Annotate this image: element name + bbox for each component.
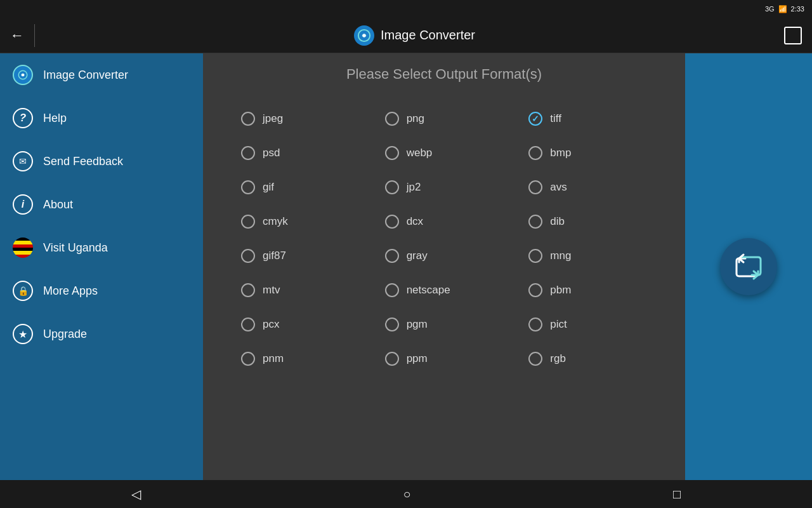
format-item-pnm[interactable]: pnm bbox=[228, 342, 372, 376]
radio-gif[interactable] bbox=[241, 180, 255, 194]
sidebar-help-label: Help bbox=[43, 112, 67, 125]
format-label-pgm: pgm bbox=[407, 318, 428, 331]
recents-nav-button[interactable]: □ bbox=[660, 482, 693, 507]
format-item-mtv[interactable]: mtv bbox=[228, 273, 372, 307]
format-label-gif: gif bbox=[263, 181, 274, 194]
back-nav-button[interactable]: ◁ bbox=[119, 481, 154, 507]
format-label-png: png bbox=[407, 112, 424, 125]
sidebar-item-visit-uganda[interactable]: Visit Uganda bbox=[0, 226, 203, 269]
radio-ppm[interactable] bbox=[385, 352, 399, 366]
app-icon bbox=[354, 25, 374, 46]
radio-pcx[interactable] bbox=[241, 318, 255, 331]
svg-point-1 bbox=[362, 34, 366, 37]
back-button[interactable]: ← bbox=[10, 27, 24, 44]
format-item-netscape[interactable]: netscape bbox=[372, 273, 516, 307]
format-item-tiff[interactable]: tiff bbox=[516, 102, 660, 136]
top-title-area: Image Converter bbox=[45, 25, 784, 46]
radio-psd[interactable] bbox=[241, 146, 255, 160]
radio-jp2[interactable] bbox=[385, 180, 399, 194]
format-label-mtv: mtv bbox=[263, 284, 280, 297]
radio-png[interactable] bbox=[385, 112, 399, 126]
format-item-jp2[interactable]: jp2 bbox=[372, 170, 516, 204]
format-label-mng: mng bbox=[550, 250, 571, 262]
radio-pbm[interactable] bbox=[528, 283, 542, 297]
format-item-gif87[interactable]: gif87 bbox=[228, 239, 372, 273]
radio-rgb[interactable] bbox=[528, 352, 542, 366]
format-label-webp: webp bbox=[407, 147, 433, 159]
sidebar-item-help[interactable]: ? Help bbox=[0, 97, 203, 140]
format-label-dcx: dcx bbox=[407, 215, 423, 228]
format-label-rgb: rgb bbox=[550, 352, 566, 365]
format-item-psd[interactable]: psd bbox=[228, 136, 372, 170]
convert-button[interactable] bbox=[720, 238, 777, 295]
radio-netscape[interactable] bbox=[385, 283, 399, 297]
help-icon: ? bbox=[13, 108, 33, 128]
top-bar: ← Image Converter bbox=[0, 18, 812, 53]
bottom-nav: ◁ ○ □ bbox=[0, 480, 812, 508]
format-item-bmp[interactable]: bmp bbox=[516, 136, 660, 170]
format-item-pgm[interactable]: pgm bbox=[372, 307, 516, 342]
radio-jpeg[interactable] bbox=[241, 112, 255, 126]
format-label-pbm: pbm bbox=[550, 284, 571, 297]
radio-tiff[interactable] bbox=[528, 112, 542, 126]
home-nav-button[interactable]: ○ bbox=[390, 482, 423, 507]
format-item-gif[interactable]: gif bbox=[228, 170, 372, 204]
signal-indicator: 3G bbox=[765, 5, 775, 13]
sidebar-item-send-feedback[interactable]: ✉ Send Feedback bbox=[0, 140, 203, 183]
sidebar-item-more-apps[interactable]: 🔒 More Apps bbox=[0, 269, 203, 312]
format-item-mng[interactable]: mng bbox=[516, 239, 660, 273]
radio-avs[interactable] bbox=[528, 180, 542, 194]
format-item-rgb[interactable]: rgb bbox=[516, 342, 660, 376]
svg-point-3 bbox=[22, 74, 25, 77]
radio-gray[interactable] bbox=[385, 249, 399, 263]
time-display: 2:33 bbox=[791, 5, 804, 13]
format-label-bmp: bmp bbox=[550, 147, 571, 159]
format-item-dib[interactable]: dib bbox=[516, 204, 660, 239]
sidebar-uganda-label: Visit Uganda bbox=[43, 241, 108, 255]
window-icon[interactable] bbox=[784, 27, 802, 44]
radio-mng[interactable] bbox=[528, 249, 542, 263]
format-item-cmyk[interactable]: cmyk bbox=[228, 204, 372, 239]
radio-mtv[interactable] bbox=[241, 283, 255, 297]
format-label-gif87: gif87 bbox=[263, 250, 286, 262]
format-label-ppm: ppm bbox=[407, 352, 428, 365]
format-item-dcx[interactable]: dcx bbox=[372, 204, 516, 239]
format-label-dib: dib bbox=[550, 215, 565, 228]
radio-pgm[interactable] bbox=[385, 318, 399, 331]
radio-pnm[interactable] bbox=[241, 352, 255, 366]
format-label-psd: psd bbox=[263, 147, 280, 159]
wifi-icon: 📶 bbox=[778, 5, 787, 13]
sidebar-image-converter-label: Image Converter bbox=[43, 69, 128, 82]
sidebar-item-upgrade[interactable]: ★ Upgrade bbox=[0, 312, 203, 356]
sidebar-more-apps-label: More Apps bbox=[43, 284, 98, 298]
radio-gif87[interactable] bbox=[241, 249, 255, 263]
format-item-pbm[interactable]: pbm bbox=[516, 273, 660, 307]
radio-cmyk[interactable] bbox=[241, 215, 255, 229]
format-item-png[interactable]: png bbox=[372, 102, 516, 136]
radio-pict[interactable] bbox=[528, 318, 542, 331]
sidebar-item-about[interactable]: i About bbox=[0, 183, 203, 226]
format-item-avs[interactable]: avs bbox=[516, 170, 660, 204]
output-format-title: Please Select Output Format(s) bbox=[228, 66, 660, 83]
format-label-pict: pict bbox=[550, 318, 566, 331]
format-item-pict[interactable]: pict bbox=[516, 307, 660, 342]
format-label-pnm: pnm bbox=[263, 352, 284, 365]
format-label-avs: avs bbox=[550, 181, 566, 194]
feedback-icon: ✉ bbox=[13, 151, 33, 171]
format-item-webp[interactable]: webp bbox=[372, 136, 516, 170]
format-item-gray[interactable]: gray bbox=[372, 239, 516, 273]
radio-dcx[interactable] bbox=[385, 215, 399, 229]
format-item-pcx[interactable]: pcx bbox=[228, 307, 372, 342]
format-label-jp2: jp2 bbox=[407, 181, 421, 194]
format-label-tiff: tiff bbox=[550, 112, 561, 125]
radio-webp[interactable] bbox=[385, 146, 399, 160]
format-item-jpeg[interactable]: jpeg bbox=[228, 102, 372, 136]
format-label-gray: gray bbox=[407, 250, 428, 262]
sidebar: Image Converter ? Help ✉ Send Feedback i… bbox=[0, 53, 203, 480]
sidebar-item-image-converter[interactable]: Image Converter bbox=[0, 53, 203, 97]
radio-dib[interactable] bbox=[528, 215, 542, 229]
format-item-ppm[interactable]: ppm bbox=[372, 342, 516, 376]
radio-bmp[interactable] bbox=[528, 146, 542, 160]
right-sidebar bbox=[685, 53, 812, 480]
more-apps-icon: 🔒 bbox=[13, 281, 33, 301]
